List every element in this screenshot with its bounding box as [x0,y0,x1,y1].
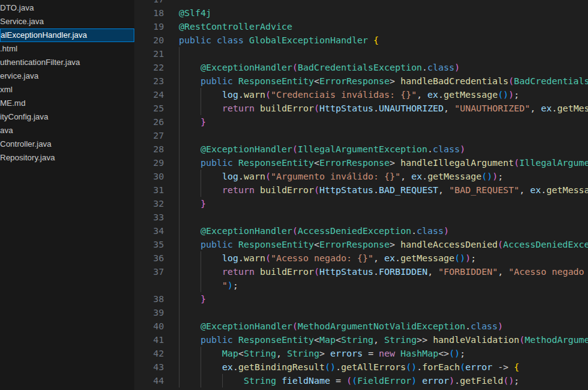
code-line[interactable]: 27 [134,129,588,142]
explorer-file-item[interactable]: xml [0,83,134,97]
code-line[interactable]: 22 @ExceptionHandler(BadCredentialsExcep… [134,61,588,74]
code-token: AccessDeniedException [298,226,411,236]
code-line[interactable]: 24 log.warn("Credenciais inválidas: {}",… [134,88,588,102]
code-line[interactable]: 43 ex.getBindingResult().getAllErrors().… [134,360,588,374]
code-line[interactable]: 40 @ExceptionHandler(MethodArgumentNotVa… [134,319,588,333]
code-token: ) [460,144,465,154]
code-token [233,240,238,249]
code-token [254,103,260,113]
code-line[interactable]: 35 public ResponseEntity<ErrorResponse> … [134,238,588,251]
code-token: < [238,349,244,358]
code-text: public ResponseEntity<ErrorResponse> han… [179,74,588,88]
explorer-file-item[interactable]: ervice.java [0,69,134,83]
code-token: < [314,240,319,249]
code-editor-window: DTO.javaService.javaalExceptionHandler.j… [0,0,588,390]
code-token: GlobalExceptionHandler [249,35,368,45]
code-token: ( [498,240,503,249]
code-token: < [314,158,319,168]
explorer-sidebar[interactable]: DTO.javaService.javaalExceptionHandler.j… [0,0,134,390]
code-token [179,144,201,154]
code-line[interactable]: 36 log.warn("Acesso negado: {}", ex.getM… [134,251,588,265]
code-token: String [384,335,417,345]
code-token: ( [514,158,519,168]
code-token: "FORBIDDEN" [438,267,498,277]
code-token: ; [514,376,519,386]
line-number: 29 [134,156,164,170]
code-line[interactable]: 21 [134,47,588,61]
code-line[interactable]: 42 Map<String, String> errors = new Hash… [134,347,588,360]
explorer-file-item[interactable]: ava [0,124,134,137]
code-line[interactable]: 25 return buildError(HttpStatus.UNAUTHOR… [134,102,588,115]
code-text: return buildError(HttpStatus.BAD_REQUEST… [179,183,588,197]
code-line[interactable]: 23 public ResponseEntity<ErrorResponse> … [134,74,588,88]
code-token [233,158,238,168]
code-token [179,90,222,100]
code-token: @ExceptionHandler [201,321,292,331]
code-token: log [222,253,238,263]
editor-pane[interactable]: 1718@Slf4j19@RestControllerAdvice20publi… [134,0,588,390]
code-line[interactable]: 34 @ExceptionHandler(AccessDeniedExcepti… [134,224,588,238]
code-token: ( [314,267,319,277]
explorer-file-item[interactable]: Controller.java [0,137,134,151]
code-token: @Slf4j [179,8,211,18]
explorer-file-item[interactable]: ityConfig.java [0,110,134,124]
code-line[interactable]: 33 [134,210,588,224]
code-token: . [233,362,238,372]
code-token: "Argumento inválido: {}" [270,171,400,181]
code-text: @RestControllerAdvice [179,20,292,33]
code-token: ) [411,376,417,386]
code-token: errors [331,349,363,358]
code-token: String [244,349,276,358]
explorer-file-item[interactable]: ME.md [0,97,134,110]
code-line[interactable]: 26 } [134,115,588,129]
code-token: String [244,376,276,386]
line-number: 19 [134,20,164,33]
code-line[interactable]: 44 String fieldName = ((FieldError) erro… [134,374,588,388]
code-line[interactable]: 19@RestControllerAdvice [134,20,588,33]
code-token: FieldError [357,376,411,386]
code-token: . [541,185,547,195]
code-area: 1718@Slf4j19@RestControllerAdvice20publi… [134,0,588,388]
code-line-wrap[interactable]: "); [134,279,588,292]
explorer-file-item[interactable]: DTO.java [0,1,134,15]
code-line[interactable]: 37 return buildError(HttpStatus.FORBIDDE… [134,265,588,279]
explorer-file-item[interactable]: .html [0,42,134,56]
explorer-file-item[interactable]: uthenticationFilter.java [0,56,134,69]
code-token: public [201,240,233,249]
code-token: return [222,103,254,113]
code-line[interactable]: 38 } [134,292,588,306]
code-line[interactable]: 39 [134,306,588,319]
code-token: . [238,253,244,263]
code-token [363,349,368,358]
code-token: ( [292,226,298,236]
code-token: > [390,158,396,168]
code-token: ( [454,253,460,263]
code-line[interactable]: 20public class GlobalExceptionHandler { [134,33,588,47]
explorer-file-item-selected[interactable]: alExceptionHandler.java [0,28,134,42]
code-token [179,171,222,181]
code-token: BadCredentialsException [298,63,422,72]
code-token: ; [471,253,477,263]
code-token: ( [314,185,319,195]
code-line[interactable]: 30 log.warn("Argumento inválido: {}", ex… [134,170,588,183]
explorer-file-item[interactable]: Repository.java [0,151,134,165]
code-line[interactable]: 28 @ExceptionHandler(IllegalArgumentExce… [134,142,588,156]
code-token: ( [292,144,298,154]
code-token: , [519,185,525,195]
code-token [179,253,222,263]
line-number: 39 [134,306,164,319]
code-line[interactable]: 29 public ResponseEntity<ErrorResponse> … [134,156,588,170]
code-line[interactable]: 17 [134,0,588,6]
code-token [179,76,201,86]
explorer-file-item[interactable]: Service.java [0,15,134,28]
code-token: new [379,349,395,358]
code-line[interactable]: 18@Slf4j [134,6,588,20]
code-token: >> [417,335,427,345]
line-number: 26 [134,115,164,129]
code-token: error [422,376,449,386]
code-text: @ExceptionHandler(MethodArgumentNotValid… [179,319,503,333]
code-line[interactable]: 31 return buildError(HttpStatus.BAD_REQU… [134,183,588,197]
code-line[interactable]: 41 public ResponseEntity<Map<String, Str… [134,333,588,347]
indent-guide [179,47,179,61]
code-line[interactable]: 32 } [134,197,588,210]
